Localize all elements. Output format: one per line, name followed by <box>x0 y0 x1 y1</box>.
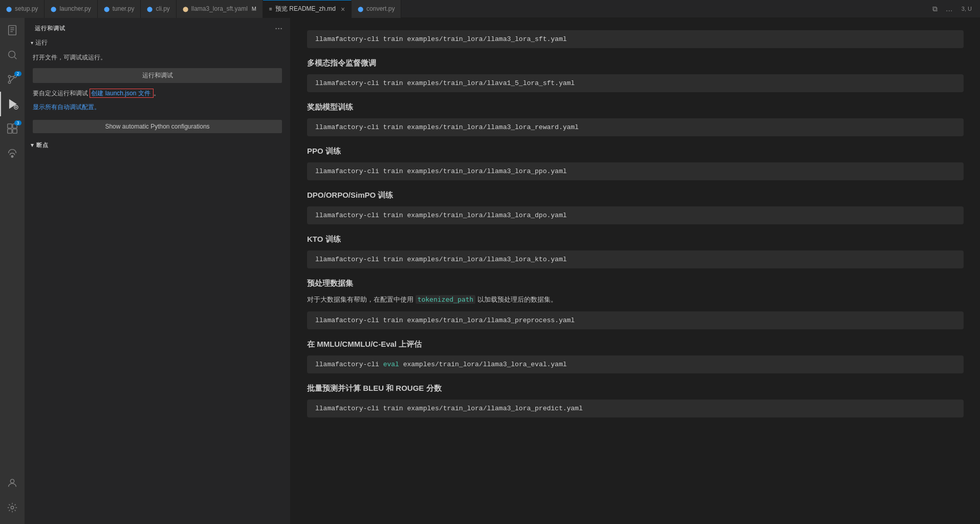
panel-header: 运行和调试 ··· <box>25 18 290 36</box>
tab-tuner[interactable]: ⬤ tuner.py <box>98 0 141 18</box>
source-control-badge: 2 <box>14 71 21 76</box>
create-launch-json-link[interactable]: 创建 launch.json 文件 <box>90 89 154 98</box>
section-header-eval: 在 MMLU/CMMLU/C-Eval 上评估 <box>307 340 964 349</box>
section-header-ppo: PPO 训练 <box>307 146 964 156</box>
svg-point-8 <box>8 81 11 83</box>
extensions-badge: 3 <box>14 120 21 125</box>
main-layout: 2 3 <box>0 18 980 524</box>
breakpoints-section[interactable]: ▾ 断点 <box>25 139 290 151</box>
svg-point-19 <box>11 506 14 509</box>
section-dpo: DPO/ORPO/SimPO 训练 llamafactory-cli train… <box>307 191 964 224</box>
svg-line-5 <box>14 57 16 59</box>
code-block-top: llamafactory-cli train examples/train_lo… <box>307 30 964 48</box>
show-python-btn[interactable]: Show automatic Python configurations <box>33 120 282 133</box>
tab-cli[interactable]: ⬤ cli.py <box>141 0 176 18</box>
activity-source-control[interactable]: 2 <box>0 67 25 92</box>
run-debug-button[interactable]: 运行和调试 <box>33 68 282 83</box>
code-block-ppo: llamafactory-cli train examples/train_lo… <box>307 162 964 180</box>
preprocess-para: 对于大数据集有帮助，在配置中使用 tokenized_path 以加载预处理后的… <box>307 295 964 305</box>
activity-explorer[interactable] <box>0 18 25 43</box>
panel-header-actions: ··· <box>274 23 284 33</box>
activity-extensions[interactable]: 3 <box>0 116 25 141</box>
tab-count: 3, U <box>957 6 976 12</box>
svg-rect-0 <box>9 26 16 35</box>
section-reward: 奖励模型训练 llamafactory-cli train examples/t… <box>307 102 964 136</box>
more-tabs-btn[interactable]: … <box>943 3 955 15</box>
tab-close-readme[interactable]: × <box>341 5 345 13</box>
svg-rect-15 <box>8 129 12 133</box>
svg-point-17 <box>11 156 13 158</box>
tab-convert[interactable]: ⬤ convert.py <box>352 0 401 18</box>
svg-point-6 <box>8 75 11 78</box>
tab-llama3-lora-sft[interactable]: ⬤ llama3_lora_sft.yaml M <box>177 0 263 18</box>
activity-bar: 2 3 <box>0 18 25 524</box>
tab-readme-preview[interactable]: ≡ 预览 README_zh.md × <box>263 0 352 18</box>
section-header-reward: 奖励模型训练 <box>307 102 964 112</box>
section-ppo: PPO 训练 llamafactory-cli train examples/t… <box>307 146 964 180</box>
code-block-reward: llamafactory-cli train examples/train_lo… <box>307 118 964 136</box>
section-kto: KTO 训练 llamafactory-cli train examples/t… <box>307 235 964 268</box>
customize-text: 要自定义运行和调试 创建 launch.json 文件 。 <box>25 83 290 101</box>
section-header-predict: 批量预测并计算 BLEU 和 ROUGE 分数 <box>307 384 964 393</box>
svg-rect-13 <box>8 124 12 128</box>
code-block-multi-modal: llamafactory-cli train examples/train_lo… <box>307 74 964 92</box>
section-header-dpo: DPO/ORPO/SimPO 训练 <box>307 191 964 200</box>
auto-config-link[interactable]: 显示所有自动调试配置。 <box>25 101 290 118</box>
section-chevron-run: ▾ <box>31 40 33 46</box>
code-block-eval: llamafactory-cli eval examples/train_lor… <box>307 355 964 373</box>
section-multi-modal: 多模态指令监督微调 llamafactory-cli train example… <box>307 58 964 92</box>
code-block-dpo: llamafactory-cli train examples/train_lo… <box>307 206 964 224</box>
left-panel: 运行和调试 ··· ▾ 运行 打开文件，可调试或运行。 运行和调试 要自定义运行… <box>25 18 291 524</box>
split-editor-btn[interactable]: ⧉ <box>929 3 941 15</box>
activity-settings[interactable] <box>0 495 25 520</box>
tab-bar: ⬤ setup.py ⬤ launcher.py ⬤ tuner.py ⬤ cl… <box>0 0 980 18</box>
right-panel: llamafactory-cli train examples/train_lo… <box>291 18 980 524</box>
svg-rect-16 <box>13 129 17 133</box>
code-block-preprocess: llamafactory-cli train examples/train_lo… <box>307 311 964 329</box>
tab-actions: ⧉ … 3, U <box>929 3 980 15</box>
tab-setup[interactable]: ⬤ setup.py <box>0 0 45 18</box>
section-header-multi-modal: 多模态指令监督微调 <box>307 58 964 68</box>
section-header-preprocess: 预处理数据集 <box>307 279 964 288</box>
breakpoints-chevron: ▾ <box>31 142 34 149</box>
open-file-text: 打开文件，可调试或运行。 <box>25 49 290 68</box>
activity-account[interactable] <box>0 471 25 495</box>
section-run[interactable]: ▾ 运行 <box>25 36 290 49</box>
activity-run-debug[interactable] <box>0 92 25 116</box>
code-block-kto: llamafactory-cli train examples/train_lo… <box>307 250 964 268</box>
activity-remote[interactable] <box>0 141 25 165</box>
activity-search[interactable] <box>0 43 25 67</box>
code-block-predict: llamafactory-cli train examples/train_lo… <box>307 400 964 417</box>
token-path: tokenized_path <box>416 295 476 304</box>
activity-bottom <box>0 471 25 524</box>
more-actions-btn[interactable]: ··· <box>274 23 284 33</box>
svg-point-18 <box>10 479 14 483</box>
section-preprocess: 预处理数据集 对于大数据集有帮助，在配置中使用 tokenized_path 以… <box>307 279 964 329</box>
section-predict: 批量预测并计算 BLEU 和 ROUGE 分数 llamafactory-cli… <box>307 384 964 417</box>
section-eval: 在 MMLU/CMMLU/C-Eval 上评估 llamafactory-cli… <box>307 340 964 373</box>
section-header-kto: KTO 训练 <box>307 235 964 244</box>
tab-launcher[interactable]: ⬤ launcher.py <box>45 0 97 18</box>
svg-point-4 <box>9 51 15 58</box>
